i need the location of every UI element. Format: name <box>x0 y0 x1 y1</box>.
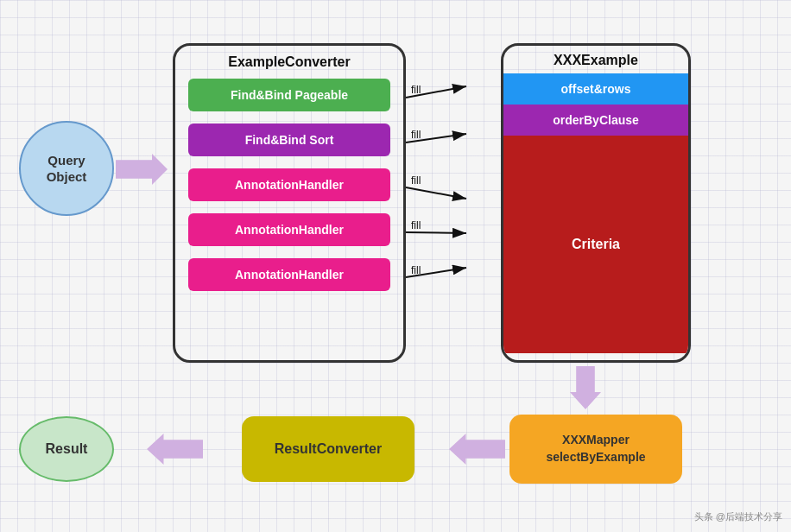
fill-label-2: fill <box>411 129 421 141</box>
watermark: 头条 @后端技术分享 <box>694 510 782 523</box>
fill-label-5: fill <box>411 264 421 276</box>
xxx-mapper-box: XXXMapperselectByExample <box>509 415 682 484</box>
query-object-label: QueryObject <box>47 152 87 186</box>
mapper-to-converter-arrow <box>449 434 505 465</box>
annotation-handler-3-box: AnnotationHandler <box>188 258 390 291</box>
xxx-example-box: XXXExample offset&rows orderByClause Cri… <box>501 43 691 363</box>
fill-arrow-4 <box>406 232 466 233</box>
find-bind-pageable-box: Find&Bind Pageable <box>188 79 390 111</box>
annotation-handler-1-box: AnnotationHandler <box>188 168 390 201</box>
arrow-body <box>116 154 168 185</box>
result-converter-box: ResultConverter <box>242 416 414 482</box>
fill-arrow-3 <box>406 187 466 199</box>
fill-label-4: fill <box>411 219 421 231</box>
xxx-mapper-label: XXXMapperselectByExample <box>546 432 645 466</box>
handler-row-5: AnnotationHandler <box>188 258 390 291</box>
result-box: Result <box>19 416 114 482</box>
result-converter-label: ResultConverter <box>275 441 382 457</box>
converter-to-result-arrow <box>147 434 203 465</box>
handler-row-4: AnnotationHandler <box>188 213 390 246</box>
find-bind-sort-box: Find&Bind Sort <box>188 124 390 156</box>
offset-rows-section: offset&rows <box>503 73 688 104</box>
handler-row-1: Find&Bind Pageable <box>188 79 390 111</box>
fill-arrow-5 <box>406 268 466 277</box>
handler-row-3: AnnotationHandler <box>188 168 390 201</box>
result-label: Result <box>46 441 88 457</box>
fill-label-1: fill <box>411 84 421 96</box>
arrow-body <box>147 434 203 465</box>
xxx-example-content: offset&rows orderByClause Criteria <box>503 73 688 353</box>
query-object: QueryObject <box>19 121 114 216</box>
example-converter-box: ExampleConverter Find&Bind Pageable Find… <box>173 43 406 363</box>
example-to-mapper-arrow <box>570 366 601 409</box>
xxx-example-title: XXXExample <box>503 46 688 73</box>
arrow-shaft <box>570 366 601 409</box>
arrow-body <box>449 434 505 465</box>
example-converter-title: ExampleConverter <box>188 54 390 70</box>
criteria-section: Criteria <box>503 136 688 353</box>
fill-arrow-1 <box>406 86 466 98</box>
diagram-container: QueryObject ExampleConverter Find&Bind P… <box>0 0 791 532</box>
handler-row-2: Find&Bind Sort <box>188 124 390 156</box>
query-to-converter-arrow <box>116 154 168 185</box>
order-by-clause-section: orderByClause <box>503 104 688 136</box>
annotation-handler-2-box: AnnotationHandler <box>188 213 390 246</box>
fill-label-3: fill <box>411 174 421 187</box>
fill-arrow-2 <box>406 134 466 142</box>
